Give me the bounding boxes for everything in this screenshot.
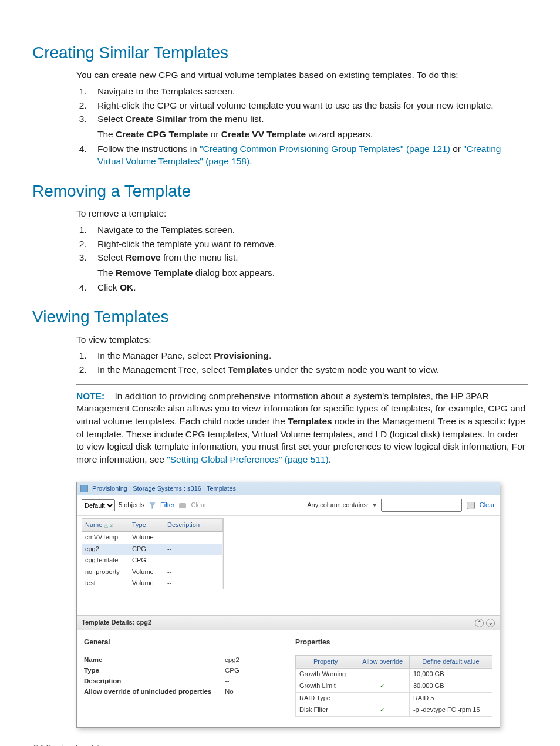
grid-header: Name △ 2 Type Description	[82, 519, 223, 532]
window-titlebar: Provisioning : Storage Systems : s016 : …	[77, 482, 500, 495]
table-row[interactable]: no_propertyVolume--	[82, 566, 223, 578]
cell-desc: --	[164, 544, 223, 555]
step-text: .	[133, 282, 136, 292]
properties-table: Property Allow override Define default v…	[295, 655, 492, 717]
heading-viewing: Viewing Templates	[32, 305, 528, 328]
details-header: Template Details: cpg2 ⌃ ⌄	[77, 615, 500, 630]
cell-type: CPG	[129, 555, 164, 566]
pcol-property[interactable]: Property	[296, 655, 356, 668]
embedded-screenshot: Provisioning : Storage Systems : s016 : …	[76, 482, 500, 728]
prop-row[interactable]: Growth Warning10,000 GB	[296, 669, 492, 680]
cell-desc: --	[164, 555, 223, 566]
step: Navigate to the Templates screen.	[89, 85, 528, 98]
pcell: Growth Warning	[296, 669, 356, 680]
col-name[interactable]: Name △ 2	[82, 519, 129, 532]
kv-val: --	[225, 676, 260, 686]
pcol-default[interactable]: Define default value	[409, 655, 492, 668]
cell-desc: --	[164, 532, 223, 543]
col-type[interactable]: Type	[129, 519, 164, 532]
cell-type: Volume	[129, 578, 164, 589]
sub-text: The	[97, 129, 116, 139]
ui-term: Remove Template	[116, 268, 193, 278]
pcell	[356, 669, 409, 680]
page-footer: 456 Creating Templates	[32, 743, 528, 746]
step-text: under the system node you want to view.	[272, 364, 439, 374]
ui-term: Templates	[288, 416, 332, 426]
step: Follow the instructions in "Creating Com…	[89, 143, 528, 168]
step-text: .	[269, 350, 271, 360]
cell-name: cpg2	[82, 544, 129, 555]
general-panel: General Namecpg2 TypeCPG Description-- A…	[84, 635, 281, 717]
step-text: from the menu list.	[187, 114, 264, 124]
ui-term: Create VV Template	[221, 129, 306, 139]
table-row-selected[interactable]: cpg2CPG--	[82, 544, 223, 555]
ui-term: Create CPG Template	[116, 129, 208, 139]
step-text: Select	[97, 252, 125, 262]
table-row[interactable]: cmVVTempVolume--	[82, 532, 223, 543]
cell-desc: --	[164, 566, 223, 578]
kv-val: No	[225, 687, 260, 696]
table-row[interactable]: testVolume--	[82, 578, 223, 589]
step-text: Select	[97, 114, 125, 124]
step: Click OK.	[89, 281, 528, 294]
prop-row[interactable]: Disk Filter✓-p -devtype FC -rpm 15	[296, 704, 492, 716]
kv-key: Type	[84, 666, 225, 675]
table-row[interactable]: cpgTemlateCPG--	[82, 555, 223, 566]
sub-text: wizard appears.	[306, 129, 373, 139]
intro-viewing: To view templates:	[76, 333, 528, 346]
step-text: from the menu list.	[161, 252, 238, 262]
link-global-prefs[interactable]: "Setting Global Preferences" (page 511)	[167, 454, 329, 464]
object-count: 5 objects	[119, 501, 144, 509]
filter-link[interactable]: Filter	[160, 501, 174, 509]
prop-row[interactable]: RAID TypeRAID 5	[296, 692, 492, 704]
window-title: Provisioning : Storage Systems : s016 : …	[92, 485, 236, 492]
ui-term: Provisioning	[214, 350, 269, 360]
search-dropdown-icon[interactable]: ▼	[372, 502, 377, 509]
clear-link-disabled: Clear	[191, 501, 206, 509]
step-text: or	[450, 144, 463, 154]
link-cpg-templates[interactable]: "Creating Common Provisioning Group Temp…	[200, 144, 450, 154]
kv-key: Description	[84, 676, 225, 686]
pcell-check-icon: ✓	[356, 704, 409, 716]
clear-search-link[interactable]: Clear	[480, 501, 495, 509]
steps-removing: Navigate to the Templates screen. Right-…	[76, 224, 528, 293]
pcell	[356, 692, 409, 704]
pcell: -p -devtype FC -rpm 15	[409, 704, 492, 716]
step: In the Management Tree, select Templates…	[89, 363, 528, 376]
view-selector[interactable]: Default	[82, 499, 115, 511]
cell-type: Volume	[129, 566, 164, 578]
search-label: Any column contains:	[307, 501, 369, 509]
step: In the Manager Pane, select Provisioning…	[89, 349, 528, 362]
prop-row[interactable]: Growth Limit✓30,000 GB	[296, 680, 492, 692]
sub-text: The	[97, 268, 116, 278]
general-heading: General	[84, 637, 110, 649]
collapse-up-icon[interactable]: ⌃	[475, 619, 484, 627]
ui-term: Remove	[125, 252, 160, 262]
step: Right-click the template you want to rem…	[89, 238, 528, 251]
eraser-icon	[179, 503, 186, 508]
templates-grid: Name △ 2 Type Description cmVVTempVolume…	[82, 518, 224, 589]
ui-term: Create Similar	[125, 114, 186, 124]
step: Navigate to the Templates screen.	[89, 224, 528, 237]
pcell: RAID Type	[296, 692, 356, 704]
pcell: Disk Filter	[296, 704, 356, 716]
collapse-down-icon[interactable]: ⌄	[486, 619, 495, 627]
step-text: Click	[97, 282, 120, 292]
kv-key: Allow override of unincluded properties	[84, 687, 225, 696]
cell-name: no_property	[82, 566, 129, 578]
window-icon	[80, 485, 88, 492]
sub-text: or	[208, 129, 221, 139]
ui-term: OK	[120, 282, 133, 292]
pcol-allow[interactable]: Allow override	[356, 655, 409, 668]
step-text: Follow the instructions in	[97, 144, 200, 154]
intro-creating-similar: You can create new CPG and virtual volum…	[76, 69, 528, 82]
binoculars-icon[interactable]	[467, 502, 475, 509]
filter-icon[interactable]	[149, 502, 156, 509]
col-description[interactable]: Description	[164, 519, 223, 532]
steps-creating-similar: Navigate to the Templates screen. Right-…	[76, 85, 528, 168]
kv-key: Name	[84, 655, 225, 664]
search-input[interactable]	[381, 499, 462, 512]
step-text: In the Manager Pane, select	[97, 350, 214, 360]
pcell: 10,000 GB	[409, 669, 492, 680]
toolbar: Default 5 objects Filter Clear Any colum…	[77, 495, 500, 516]
